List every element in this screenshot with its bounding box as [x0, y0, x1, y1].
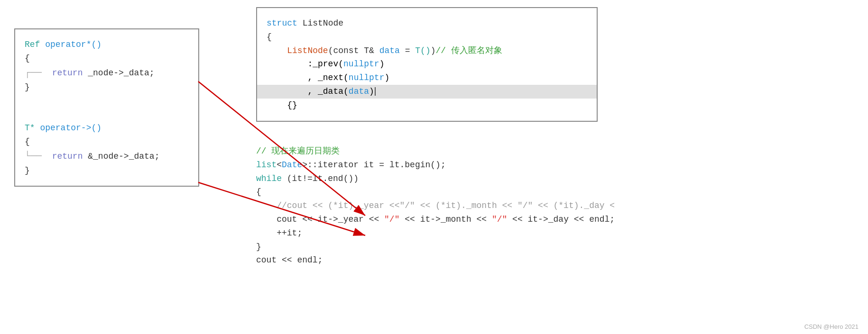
code-line: list<Date>::iterator it = lt.begin(); [256, 158, 859, 172]
code-line-while: while (it!=lt.end()) [256, 172, 859, 186]
code-line: Ref operator*() [25, 38, 189, 52]
code-line: , _next(nullptr) [267, 71, 587, 85]
page-container: Ref operator*() { ┌── return _node->_dat… [0, 0, 868, 334]
code-line: struct ListNode [267, 17, 587, 30]
code-line: :_prev(nullptr) [267, 57, 587, 71]
code-line: {} [267, 99, 587, 112]
code-line [25, 108, 189, 121]
code-line: ++it; [256, 226, 859, 240]
code-line: } [25, 164, 189, 178]
code-line: } [25, 81, 189, 94]
right-top-code-box: struct ListNode { ListNode(const T& data… [256, 7, 598, 122]
watermark: CSDN @Hero 2021 [804, 323, 859, 330]
code-line: ListNode(const T& data = T())// 传入匿名对象 [267, 44, 587, 58]
code-line: { [267, 30, 587, 44]
code-line: { [25, 52, 189, 65]
left-code-box: Ref operator*() { ┌── return _node->_dat… [14, 28, 199, 187]
code-line [25, 94, 189, 108]
code-line: T* operator->() [25, 121, 189, 135]
code-line: // 现在来遍历日期类 [256, 144, 859, 158]
code-line: └── return &_node->_data; [25, 149, 189, 164]
code-line: } [256, 240, 859, 254]
code-line: cout << endl; [256, 253, 859, 267]
bottom-code-area: // 现在来遍历日期类 list<Date>::iterator it = lt… [256, 144, 859, 267]
code-line-highlight: , _data(data) [257, 85, 597, 99]
code-line: ┌── return _node->_data; [25, 65, 189, 81]
code-line: cout << it->_year << "/" << it->_month <… [256, 213, 859, 226]
code-line: { [256, 185, 859, 199]
code-line: { [25, 135, 189, 149]
code-line-comment: //cout << (*it)._year <<"/" << (*it)._mo… [256, 199, 859, 213]
